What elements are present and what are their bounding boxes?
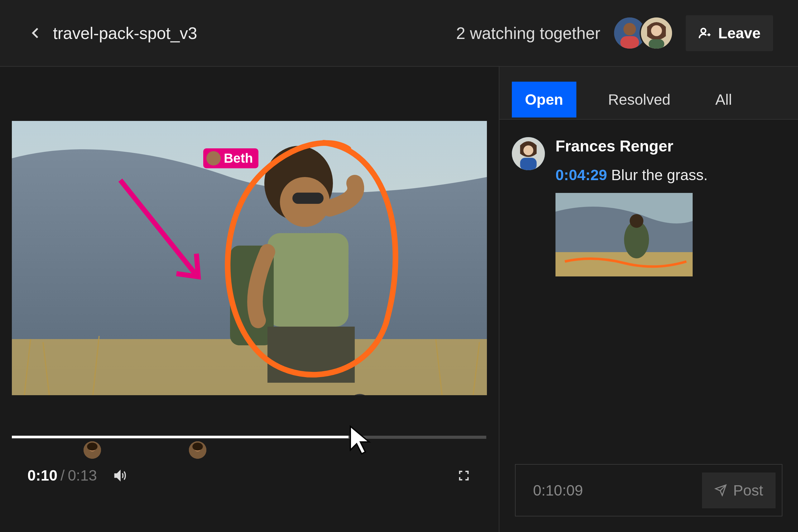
- comment-body: Frances Renger 0:04:29 Blur the grass.: [555, 137, 785, 277]
- file-title: travel-pack-spot_v3: [53, 24, 197, 43]
- time-total: 0:13: [68, 467, 97, 484]
- svg-point-32: [87, 442, 98, 450]
- volume-icon: [113, 469, 127, 482]
- time-current: 0:10: [27, 467, 57, 484]
- timeline-marker[interactable]: [83, 441, 101, 459]
- svg-point-1: [624, 23, 636, 36]
- svg-rect-40: [520, 158, 537, 170]
- comments-panel: Open Resolved All Frances Renger 0:04:29…: [499, 67, 798, 532]
- comment-text: 0:04:29 Blur the grass.: [555, 167, 785, 184]
- remote-cursor-name: Beth: [224, 151, 253, 166]
- watching-label: 2 watching together: [456, 24, 601, 43]
- send-icon: [715, 484, 727, 496]
- timeline-marker[interactable]: [189, 441, 206, 459]
- svg-rect-17: [292, 193, 324, 204]
- chevron-left-icon: [29, 26, 43, 40]
- header-bar: travel-pack-spot_v3 2 watching together …: [0, 0, 798, 67]
- svg-point-35: [192, 442, 203, 450]
- svg-point-5: [651, 25, 662, 36]
- comment-timecode[interactable]: 0:04:29: [555, 167, 607, 183]
- svg-point-7: [701, 28, 706, 33]
- viewer-avatars: [613, 16, 673, 50]
- comment-tool[interactable]: [348, 394, 371, 395]
- tab-resolved[interactable]: Resolved: [595, 82, 684, 117]
- svg-rect-6: [649, 39, 664, 49]
- video-frame[interactable]: Beth: [12, 121, 487, 395]
- comment-author: Frances Renger: [555, 137, 785, 155]
- tab-open[interactable]: Open: [512, 82, 576, 117]
- avatar[interactable]: [640, 16, 673, 50]
- comment-list: Frances Renger 0:04:29 Blur the grass.: [499, 120, 798, 464]
- body: Beth: [0, 67, 798, 532]
- post-button[interactable]: Post: [702, 473, 776, 508]
- volume-button[interactable]: [113, 468, 128, 483]
- scrub-progress: [12, 436, 348, 438]
- comment-thumbnail[interactable]: [555, 193, 692, 277]
- comment-tabs: Open Resolved All: [499, 67, 798, 120]
- leave-label: Leave: [718, 25, 761, 42]
- remote-cursor-tag: Beth: [203, 148, 259, 168]
- playback-row: 0:10 / 0:13: [12, 467, 487, 484]
- comment-message: Blur the grass.: [611, 167, 708, 183]
- svg-point-44: [630, 214, 643, 228]
- post-label: Post: [733, 482, 763, 499]
- svg-point-39: [524, 146, 533, 155]
- comment-item[interactable]: Frances Renger 0:04:29 Blur the grass.: [512, 137, 785, 277]
- video-viewer: Beth: [0, 67, 499, 532]
- compose-bar[interactable]: 0:10:09 Post: [515, 464, 782, 516]
- cursor-icon: [348, 425, 373, 456]
- fullscreen-button[interactable]: [456, 468, 471, 483]
- svg-rect-20: [267, 327, 355, 383]
- remote-cursor-avatar: [206, 151, 221, 166]
- leave-button[interactable]: Leave: [686, 15, 773, 51]
- svg-rect-2: [620, 36, 639, 49]
- annotation-toolbar: [149, 388, 380, 395]
- compose-timecode: 0:10:09: [533, 482, 702, 499]
- svg-rect-18: [267, 233, 348, 327]
- time-separator: /: [60, 467, 64, 484]
- svg-rect-9: [12, 339, 487, 395]
- tab-all[interactable]: All: [702, 82, 745, 117]
- scrub-bar[interactable]: [12, 436, 486, 439]
- comment-avatar: [512, 137, 545, 170]
- leave-icon: [698, 26, 712, 40]
- svg-marker-36: [115, 471, 120, 480]
- back-button[interactable]: [28, 25, 44, 41]
- fullscreen-icon: [458, 469, 470, 482]
